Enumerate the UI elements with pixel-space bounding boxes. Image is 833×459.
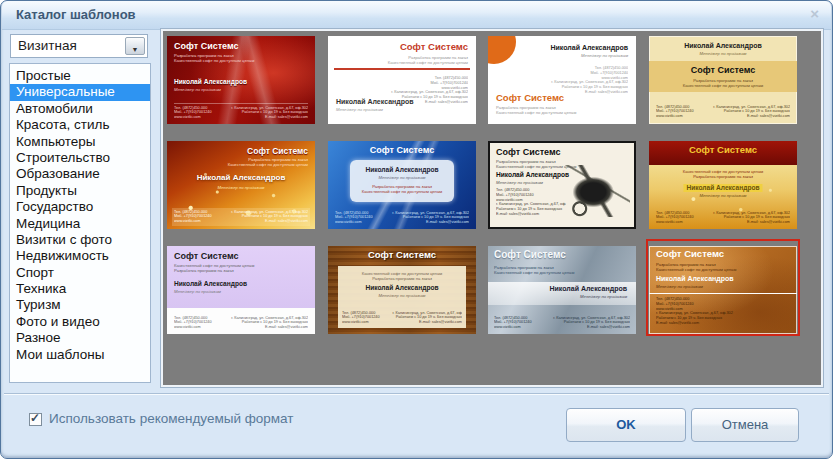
- card-person-name: Николай Александров: [496, 171, 569, 179]
- card-contacts-left: Тел. (4872)450-000Моб. +7(910)7001240www…: [174, 316, 228, 330]
- card-contacts: Тел. (4872)450-000Моб. +7(910)7001240www…: [656, 297, 736, 326]
- card-contacts-right: г. Калининград, ул. Советская, д.67, оф.…: [551, 316, 630, 330]
- card-person-role: Менеджер по продажам: [496, 180, 543, 185]
- card-tagline: Разработка программ на заказ: [174, 268, 234, 273]
- template-card-8[interactable]: Софт СистемсРазработка программ на заказ…: [649, 141, 797, 229]
- category-item-10[interactable]: Визитки с фото: [10, 232, 150, 248]
- card-contact-line: E-mail: sales@vizitki.com: [496, 212, 566, 217]
- category-item-0[interactable]: Простые: [10, 68, 150, 84]
- category-item-13[interactable]: Техника: [10, 281, 150, 297]
- template-card-6[interactable]: Софт СистемсРазработка программ на заказ…: [328, 141, 476, 229]
- card-person-name: Николай Александров: [167, 174, 315, 182]
- card-contact-line: E-mail: sales@vizitki.com: [712, 114, 790, 119]
- card-company-name: Софт Системс: [247, 146, 308, 156]
- template-card-5[interactable]: Софт СистемсРазработка программ на заказ…: [167, 141, 315, 229]
- card-person-name: Николай Александров: [328, 166, 476, 174]
- chevron-down-icon: ▼: [132, 46, 139, 53]
- template-catalog-dialog: Каталог шаблонов × Визитная ▼ ПростыеУни…: [0, 0, 833, 459]
- card-tagline: Качественный софт по доступным ценам: [496, 164, 576, 169]
- card-type-value: Визитная: [18, 38, 77, 53]
- card-contacts-right: г. Калининград, ул. Советская, д.67, оф.…: [712, 105, 790, 119]
- card-contacts-left: Тел. (4872)450-000Моб. +7(910)7001240www…: [496, 188, 566, 202]
- titlebar[interactable]: Каталог шаблонов ×: [2, 1, 831, 30]
- card-contact-line: E-mail: sales@vizitki.com: [392, 320, 462, 325]
- dropdown-arrow-button[interactable]: ▼: [125, 37, 145, 55]
- category-item-6[interactable]: Образование: [10, 166, 150, 182]
- category-item-5[interactable]: Строительство: [10, 150, 150, 166]
- card-person-name: Николай Александров: [683, 184, 762, 192]
- ok-button[interactable]: OK: [566, 408, 686, 442]
- close-icon[interactable]: ×: [810, 5, 819, 22]
- category-item-16[interactable]: Разное: [10, 330, 150, 346]
- card-contacts-left: Тел. (4872)450-000Моб. +7(910)7001240www…: [656, 297, 736, 311]
- card-contacts-right: г. Калининград, ул. Советская, д.67, оф.…: [378, 90, 468, 104]
- cancel-button[interactable]: Отмена: [691, 408, 799, 442]
- card-tagline: Качественный софт по доступным ценам: [649, 83, 797, 88]
- category-item-8[interactable]: Государство: [10, 199, 150, 215]
- template-card-2[interactable]: Софт СистемсРазработка программ на заказ…: [328, 36, 476, 124]
- card-contacts: Тел. (4872)450-000Моб. +7(910)7001240www…: [656, 105, 790, 119]
- template-grid-panel: Софт СистемсРазработка программ на заказ…: [161, 29, 823, 387]
- template-card-9[interactable]: Софт СистемсРазработка программ на заказ…: [167, 246, 315, 334]
- card-person-role: Менеджер по продажам: [656, 284, 703, 289]
- template-card-10[interactable]: Софт СистемсРазработка программ на заказ…: [328, 246, 476, 334]
- card-tagline: Качественный софт по доступным ценам: [494, 270, 574, 275]
- card-contact-line: www.vizitki.com: [494, 325, 548, 330]
- card-contacts-left: Тел. (4872)450-000Моб. +7(910)7001240www…: [174, 210, 228, 224]
- template-card-1[interactable]: Софт СистемсРазработка программ на заказ…: [167, 36, 315, 124]
- category-item-12[interactable]: Спорт: [10, 265, 150, 281]
- card-company-name: Софт Системс: [649, 145, 797, 155]
- card-contacts: Тел. (4872)450-000Моб. +7(910)7001240www…: [342, 311, 462, 325]
- card-company-name: Софт Системс: [649, 65, 797, 75]
- card-contact-line: www.vizitki.com: [656, 220, 710, 225]
- card-contacts-left: Тел. (4872)450-000Моб. +7(910)7001240www…: [335, 211, 389, 225]
- card-company-name: Софт Системс: [174, 251, 239, 261]
- card-person-role: Менеджер по продажам: [581, 53, 628, 58]
- card-contact-line: E-mail: sales@vizitki.com: [656, 321, 736, 326]
- card-tagline: Качественный софт по доступным ценам: [649, 169, 797, 174]
- template-card-7[interactable]: Софт СистемсРазработка программ на заказ…: [488, 141, 636, 229]
- template-card-11[interactable]: Софт СистемсРазработка программ на заказ…: [488, 246, 636, 334]
- template-card-4[interactable]: Софт СистемсРазработка программ на заказ…: [649, 36, 797, 124]
- card-contact-line: E-mail: sales@vizitki.com: [712, 220, 790, 225]
- card-type-dropdown[interactable]: Визитная ▼: [10, 34, 148, 58]
- card-contact-line: www.vizitki.com: [342, 320, 390, 325]
- card-contacts: Тел. (4872)450-000Моб. +7(910)7001240www…: [172, 208, 310, 226]
- category-item-1[interactable]: Универсальные: [10, 84, 150, 100]
- card-tagline: Качественный софт по доступным ценам: [328, 271, 476, 276]
- recommended-format-checkbox[interactable]: ✓: [29, 413, 42, 426]
- category-item-3[interactable]: Красота, стиль: [10, 117, 150, 133]
- card-person-role: Менеджер по продажам: [328, 293, 476, 298]
- card-person-name: Николай Александров: [649, 42, 797, 50]
- card-tagline: Качественный софт по доступным ценам: [388, 60, 468, 65]
- card-tagline: Разработка программ на заказ: [328, 276, 476, 281]
- card-contacts-right: г. Калининград, ул. Советская, д.67, оф.…: [656, 311, 736, 325]
- card-person-name: Николай Александров: [174, 280, 247, 288]
- card-contacts-left: Тел. (4872)450-000Моб. +7(910)7001240www…: [494, 316, 548, 330]
- category-item-17[interactable]: Мои шаблоны: [10, 347, 150, 363]
- template-card-12[interactable]: Софт СистемсРазработка программ на заказ…: [649, 246, 797, 334]
- card-contact-line: E-mail: sales@vizitki.com: [378, 100, 468, 105]
- recommended-format-label[interactable]: Использовать рекомендуемый формат: [49, 411, 294, 426]
- card-person-role: Менеджер по продажам: [649, 51, 797, 56]
- category-item-2[interactable]: Автомобили: [10, 101, 150, 117]
- footer-separator: [4, 393, 829, 395]
- category-item-4[interactable]: Компьютеры: [10, 134, 150, 150]
- category-item-11[interactable]: Недвижимость: [10, 248, 150, 264]
- card-person-name: Николай Александров: [174, 78, 247, 86]
- card-contacts-right: г. Калининград, ул. Советская, д.67, оф.…: [230, 106, 308, 120]
- category-item-15[interactable]: Фото и видео: [10, 314, 150, 330]
- category-item-14[interactable]: Туризм: [10, 297, 150, 313]
- card-tagline: Качественный софт по доступным ценам: [656, 267, 736, 272]
- card-contact-line: E-mail: sales@vizitki.com: [230, 219, 308, 224]
- card-contacts-right: г. Калининград, ул. Советская, д.67, оф.…: [392, 311, 462, 325]
- template-card-3[interactable]: Софт СистемсРазработка программ на заказ…: [488, 36, 636, 124]
- card-person-role: Менеджер по продажам: [174, 289, 221, 294]
- card-tagline: Качественный софт по доступным ценам: [328, 189, 476, 194]
- card-company-name: Софт Системс: [328, 145, 476, 155]
- card-contacts-right: г. Калининград, ул. Советская, д.67, оф.…: [391, 211, 469, 225]
- category-item-7[interactable]: Продукты: [10, 183, 150, 199]
- card-contact-line: E-mail: sales@vizitki.com: [540, 90, 628, 95]
- card-contacts-right: г. Калининград, ул. Советская, д.67, оф.…: [230, 316, 308, 330]
- category-item-9[interactable]: Медицина: [10, 216, 150, 232]
